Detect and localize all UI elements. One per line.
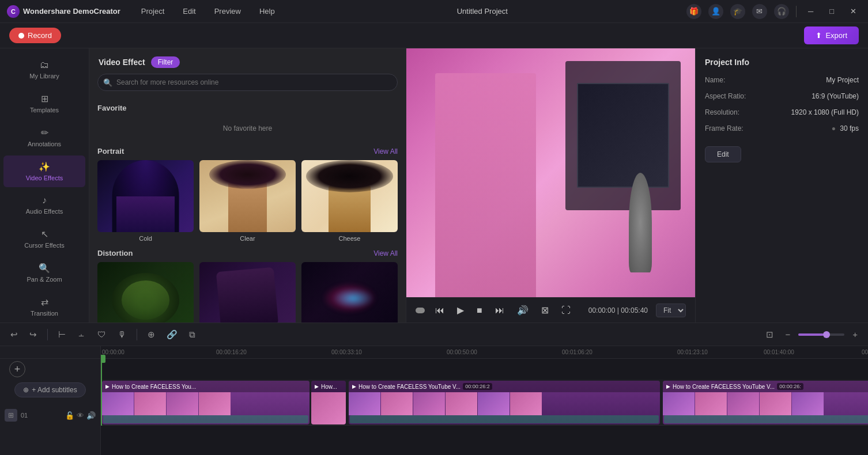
track-lock-icon[interactable]: 🔓 [65, 411, 74, 420]
project-name-value: My Project [826, 76, 859, 84]
undo-button[interactable]: ↩ [7, 327, 21, 342]
sidebar-item-templates[interactable]: ⊞ Templates [3, 88, 85, 119]
mic-button[interactable]: 🎙 [114, 327, 130, 342]
minimize-button[interactable]: ─ [803, 5, 818, 18]
clip-3-time: 00:00:26:2 [463, 383, 492, 390]
effect-card-whirl[interactable]: Whirl [97, 262, 194, 323]
portrait-section-header: Portrait View All [97, 147, 398, 156]
track-mute-icon[interactable]: 🔊 [86, 411, 96, 420]
crop-button[interactable]: ⊠ [539, 302, 551, 318]
preview-video [406, 48, 695, 297]
menu-preview[interactable]: Preview [211, 5, 244, 18]
effect-card-cheese[interactable]: Cheese [301, 160, 398, 242]
clip-1-waveform [103, 415, 308, 423]
add-subtitles-button[interactable]: ⊕ + Add subtitles [14, 382, 85, 397]
group-button[interactable]: ⧉ [186, 327, 199, 342]
timeline-playhead[interactable] [101, 359, 102, 426]
stop-button[interactable]: ■ [474, 303, 485, 318]
project-name-row: Name: My Project [705, 76, 859, 84]
distortion-view-all[interactable]: View All [373, 249, 398, 257]
effect-thumb-clear [199, 160, 296, 232]
toolbar-sep-2 [137, 329, 137, 340]
video-clip-2[interactable]: ▶ How... [311, 381, 346, 424]
clip-2-thumb [311, 392, 346, 424]
favorite-title: Favorite [97, 104, 127, 112]
timeline: ↩ ↪ ⊢ ⫠ 🛡 🎙 ⊕ 🔗 ⧉ ⊡ − + + [0, 323, 868, 455]
clip-2-icon: ▶ [315, 384, 319, 389]
sidebar-item-cursor-effects[interactable]: ↖ Cursor Effects [3, 223, 85, 255]
fullscreen-button[interactable]: ⛶ [559, 303, 573, 318]
time-display: 00:00:00 | 00:05:40 [588, 306, 648, 314]
sidebar-label-templates: Templates [30, 107, 59, 113]
zoom-out-button[interactable]: − [782, 327, 794, 342]
effects-header: Video Effect Filter [89, 48, 406, 74]
shield-button[interactable]: 🛡 [94, 327, 110, 342]
clip-2-label: How... [321, 384, 337, 390]
sidebar-item-video-effects[interactable]: ✨ Video Effects [3, 156, 85, 187]
zoom-to-fit-button[interactable]: ⊡ [763, 327, 777, 342]
sidebar-item-pan-zoom[interactable]: 🔍 Pan & Zoom [3, 257, 85, 289]
sidebar-label-my-library: My Library [29, 73, 59, 79]
effect-card-rotate[interactable]: Rotate [199, 262, 296, 323]
add-track-button[interactable]: + [9, 361, 25, 377]
record-button[interactable]: Record [9, 28, 61, 43]
gift-icon[interactable]: 🎁 [686, 4, 701, 19]
clip-3-thumb-3 [413, 392, 445, 415]
link-button[interactable]: 🔗 [163, 327, 181, 342]
video-clip-3[interactable]: ▶ How to Create FACELESS YouTube V... 00… [349, 381, 660, 424]
clip-4-time: 00:00:26: [777, 383, 803, 390]
zoom-slider[interactable] [798, 333, 844, 336]
record-label: Record [28, 31, 52, 40]
toolbar-sep-1 [47, 329, 48, 340]
mail-icon[interactable]: ✉ [752, 4, 767, 19]
track-visibility-icon[interactable]: 👁 [77, 411, 84, 420]
edit-project-button[interactable]: Edit [705, 146, 741, 162]
video-clip-4[interactable]: ▶ How to Create FACELESS YouTube V... 00… [663, 381, 868, 424]
search-input[interactable] [97, 74, 398, 91]
maximize-button[interactable]: □ [825, 5, 839, 18]
video-clip-1[interactable]: ▶ How to Create FACELESS You... [102, 381, 310, 424]
user-icon[interactable]: 👤 [708, 4, 723, 19]
export-button[interactable]: ⬆ Export [804, 26, 859, 44]
sidebar-item-annotations[interactable]: ✏ Annotations [3, 122, 85, 153]
effect-card-chromatic[interactable]: Chromatic Aberration [301, 262, 398, 323]
headset-icon[interactable]: 🎧 [774, 4, 789, 19]
app-logo-icon: C [7, 5, 20, 18]
menu-help[interactable]: Help [256, 5, 278, 18]
menu-project[interactable]: Project [138, 5, 168, 18]
redo-button[interactable]: ↪ [26, 327, 40, 342]
ruler-label-6: 00:01:40:00 [764, 349, 794, 355]
templates-icon: ⊞ [41, 93, 48, 104]
play-button[interactable]: ▶ [455, 302, 466, 318]
sidebar-label-cursor-effects: Cursor Effects [24, 242, 65, 249]
split2-button[interactable]: ⊕ [144, 327, 158, 342]
effect-card-clear[interactable]: Clear [199, 160, 296, 242]
effect-card-cold[interactable]: Cold [97, 160, 194, 242]
portrait-view-all[interactable]: View All [373, 147, 398, 156]
graduation-icon[interactable]: 🎓 [730, 4, 745, 19]
trim-button[interactable]: ⊢ [55, 327, 69, 342]
filter-button[interactable]: Filter [151, 56, 180, 68]
my-library-icon: 🗂 [40, 60, 49, 70]
sidebar-label-pan-zoom: Pan & Zoom [27, 276, 62, 283]
clip-3-icon: ▶ [352, 384, 356, 389]
app-logo: C Wondershare DemoCreator [7, 5, 120, 18]
split-button[interactable]: ⫠ [74, 327, 89, 342]
sidebar-item-my-library[interactable]: 🗂 My Library [3, 54, 85, 85]
skip-forward-button[interactable]: ⏭ [493, 303, 507, 318]
frame-rate-label: Frame Rate: [705, 124, 744, 132]
clip-4-thumbs [663, 392, 868, 415]
fit-select[interactable]: Fit [656, 304, 686, 317]
effects-scroll-area: Favorite No favorite here Portrait View … [89, 97, 406, 323]
menu-edit[interactable]: Edit [179, 5, 199, 18]
sidebar-item-transition[interactable]: ⇄ Transition [3, 291, 85, 323]
zoom-in-button[interactable]: + [849, 327, 861, 342]
volume-button[interactable]: 🔊 [515, 302, 531, 318]
skip-back-button[interactable]: ⏮ [433, 303, 447, 318]
close-button[interactable]: ✕ [846, 5, 861, 18]
clip-1-icon: ▶ [105, 384, 110, 389]
track-number: 01 [21, 412, 28, 419]
effect-thumb-chromatic [301, 262, 398, 323]
sidebar-item-audio-effects[interactable]: ♪ Audio Effects [3, 189, 85, 221]
aspect-ratio-label: Aspect Ratio: [705, 92, 746, 100]
